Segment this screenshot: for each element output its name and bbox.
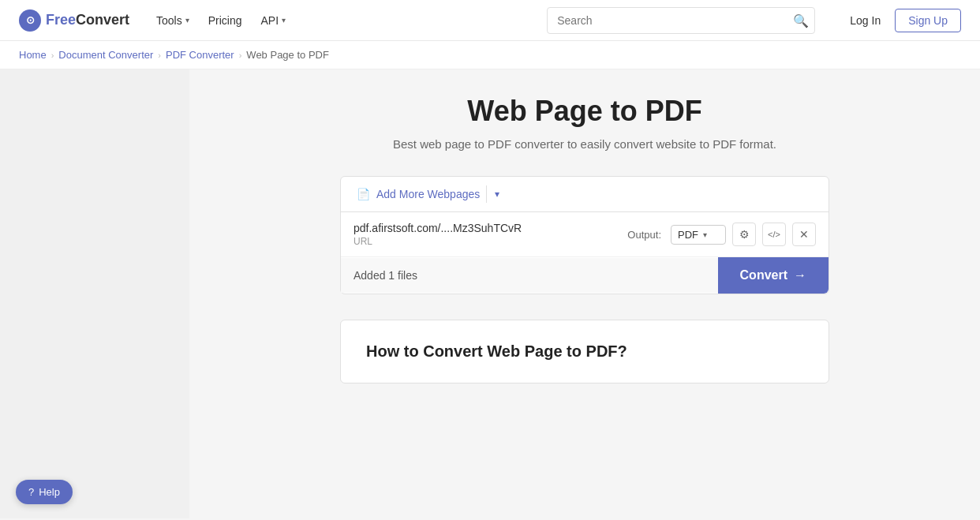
how-to-box: How to Convert Web Page to PDF?	[340, 320, 829, 383]
pricing-label: Pricing	[208, 14, 242, 27]
sidebar	[0, 69, 189, 518]
code-button[interactable]: </>	[762, 223, 786, 246]
output-chevron-icon: ▾	[703, 230, 707, 239]
signup-button[interactable]: Sign Up	[895, 9, 961, 32]
breadcrumb-sep-2: ›	[158, 51, 161, 60]
output-label: Output:	[627, 229, 661, 241]
help-button[interactable]: ? Help	[16, 480, 73, 504]
convert-label: Convert	[740, 268, 787, 282]
api-chevron-icon: ▾	[282, 16, 286, 24]
add-webpages-label: Add More Webpages	[376, 188, 480, 200]
file-type-label: URL	[353, 236, 627, 247]
help-label: Help	[39, 486, 60, 498]
breadcrumb-sep-1: ›	[51, 51, 54, 60]
login-link[interactable]: Log In	[843, 9, 887, 32]
toolbar-chevron-icon: ▾	[495, 189, 499, 200]
output-format-value: PDF	[678, 229, 698, 241]
hero: Web Page to PDF Best web page to PDF con…	[221, 95, 948, 151]
help-question-icon: ?	[28, 486, 34, 498]
search-area: 🔍	[547, 7, 815, 34]
output-format-select[interactable]: PDF ▾	[671, 225, 726, 245]
page-title: Web Page to PDF	[221, 95, 948, 128]
breadcrumb-current: Web Page to PDF	[246, 49, 329, 61]
files-count: Added 1 files	[341, 258, 718, 293]
convert-arrow-icon: →	[794, 268, 806, 282]
breadcrumb-document-converter[interactable]: Document Converter	[58, 49, 153, 61]
file-row: pdf.afirstsoft.com/....Mz3SuhTCvR URL Ou…	[341, 212, 829, 257]
settings-icon: ⚙	[739, 228, 750, 241]
api-label: API	[261, 14, 279, 27]
logo[interactable]: ⊙ FreeConvert	[19, 9, 129, 32]
toolbar-dropdown-button[interactable]: ▾	[486, 185, 507, 203]
logo-text: FreeConvert	[46, 12, 129, 28]
close-icon: ✕	[799, 228, 809, 241]
converter-bottom: Added 1 files Convert →	[341, 257, 829, 294]
breadcrumb-home[interactable]: Home	[19, 49, 47, 61]
breadcrumb-sep-3: ›	[239, 51, 242, 60]
page-layout: Web Page to PDF Best web page to PDF con…	[0, 69, 980, 518]
navbar: ⊙ FreeConvert Tools ▾ Pricing API ▾ 🔍 Lo…	[0, 0, 980, 41]
code-icon: </>	[768, 230, 780, 239]
add-webpages-button[interactable]: 📄 Add More Webpages	[350, 185, 486, 204]
api-menu[interactable]: API ▾	[253, 9, 294, 32]
how-to-title: How to Convert Web Page to PDF?	[366, 342, 803, 361]
settings-button[interactable]: ⚙	[732, 223, 756, 246]
tools-chevron-icon: ▾	[185, 16, 189, 24]
converter-box: 📄 Add More Webpages ▾ pdf.afirstsoft.com…	[340, 176, 829, 294]
remove-button[interactable]: ✕	[792, 223, 816, 246]
search-button[interactable]: 🔍	[793, 13, 809, 28]
logo-icon: ⊙	[19, 9, 41, 32]
search-input[interactable]	[547, 7, 815, 34]
nav-links: Tools ▾ Pricing API ▾	[148, 9, 294, 32]
main-content: Web Page to PDF Best web page to PDF con…	[189, 69, 980, 518]
search-icon: 🔍	[793, 13, 809, 27]
file-info: pdf.afirstsoft.com/....Mz3SuhTCvR URL	[353, 222, 627, 247]
hero-subtitle: Best web page to PDF converter to easily…	[221, 137, 948, 151]
pricing-link[interactable]: Pricing	[200, 9, 250, 32]
file-doc-icon: 📄	[357, 188, 370, 200]
file-url: pdf.afirstsoft.com/....Mz3SuhTCvR	[353, 222, 627, 234]
tools-menu[interactable]: Tools ▾	[148, 9, 197, 32]
nav-auth: Log In Sign Up	[843, 9, 961, 32]
breadcrumb: Home › Document Converter › PDF Converte…	[0, 41, 980, 69]
converter-toolbar: 📄 Add More Webpages ▾	[341, 177, 829, 212]
breadcrumb-pdf-converter[interactable]: PDF Converter	[166, 49, 234, 61]
convert-button[interactable]: Convert →	[718, 257, 829, 294]
tools-label: Tools	[156, 14, 182, 27]
file-actions: Output: PDF ▾ ⚙ </> ✕	[627, 223, 816, 246]
